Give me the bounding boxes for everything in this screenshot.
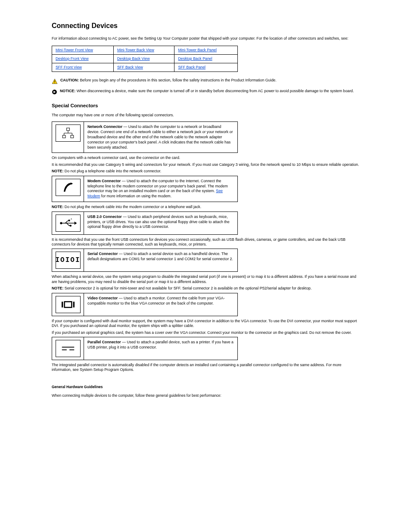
network-caption1: On computers with a network connector ca… [52,156,359,160]
svg-rect-18 [62,302,63,307]
caution-note: CAUTION: Before you begin any of the pro… [52,78,359,84]
table-row: Desktop Front View Desktop Back View Des… [52,54,238,63]
link-sff-back[interactable]: SFF Back View [117,65,143,69]
link-mini-tower-front[interactable]: Mini-Tower Front View [56,48,93,52]
parallel-icon [56,340,81,357]
network-note-body: Do not plug a telephone cable into the n… [65,169,161,173]
usb-table: + USB 2.0 Connector — Used to attach per… [52,212,238,235]
general-hw-heading: General Hardware Guidelines [52,385,359,389]
link-desktop-back[interactable]: Desktop Back View [117,56,150,61]
serial-note-label: NOTE: [52,286,63,290]
special-connectors-intro: The computer may have one or more of the… [52,113,359,118]
network-icon [56,124,81,142]
modem-note-label: NOTE: [52,205,63,209]
serial-caption: When attaching a serial device, use the … [52,274,359,284]
video-caption1: If your computer is configured with dual… [52,319,359,329]
svg-point-16 [69,224,71,226]
table-row: Mini-Tower Front View Mini-Tower Back Vi… [52,46,238,54]
video-caption2: If you purchased an optional graphics ca… [52,330,359,335]
svg-rect-5 [66,128,69,131]
section-title: Connecting Devices [52,22,359,30]
network-title: Network Connector [87,124,122,129]
modem-body-post: for more information on using the modem. [101,194,171,198]
notice-label: NOTICE: [60,89,75,93]
notice-note: NOTICE: When disconnecting a device, mak… [52,89,359,95]
parallel-title: Parallel Connector [87,340,121,344]
network-note-label: NOTE: [52,169,63,173]
svg-rect-15 [68,220,70,221]
link-mini-tower-back[interactable]: Mini-Tower Back View [117,48,154,52]
serial-icon: IOIOI [56,252,81,269]
parallel-table: Parallel Connector — Used to attach a pa… [52,337,238,360]
network-table: Network Connector — Used to attach the c… [52,121,238,153]
link-desktop-front[interactable]: Desktop Front View [56,56,89,61]
serial-table: IOIOI Serial Connector — Used to attach … [52,249,238,272]
notice-arrow-icon [52,89,57,95]
svg-rect-1 [54,80,55,82]
modem-icon [56,179,81,196]
svg-rect-20 [73,302,74,307]
link-sff-panel[interactable]: SFF Back Panel [178,65,206,69]
serial-note-body: Serial connector 2 is optional for mini-… [65,286,312,290]
special-connectors-heading: Special Connectors [52,103,359,109]
usb-icon: + [56,215,81,232]
views-link-table: Mini-Tower Front View Mini-Tower Back Vi… [52,46,238,72]
link-desktop-panel[interactable]: Desktop Back Panel [178,56,212,61]
svg-text:+: + [70,218,72,221]
caution-body: Before you begin any of the procedures i… [80,78,276,82]
parallel-caption: The integrated parallel connector is aut… [52,363,359,373]
video-table: Video Connector — Used to attach a monit… [52,293,238,316]
notice-body: When disconnecting a device, make sure t… [77,89,354,93]
network-caption2: It is recommended that you use Category … [52,162,359,167]
svg-rect-10 [62,135,65,138]
caution-label: CAUTION: [60,78,79,82]
serial-title: Serial Connector [87,252,118,256]
svg-rect-2 [54,83,55,83]
svg-rect-19 [64,302,72,307]
modem-title: Modem Connector [87,179,121,183]
video-icon [56,296,81,313]
usb-caption: It is recommended that you use the front… [52,237,359,247]
link-sff-front[interactable]: SFF Front View [56,65,82,69]
modem-table: Modem Connector — Used to attach the com… [52,176,238,202]
modem-note-body: Do not plug the network cable into the m… [65,205,201,209]
svg-marker-14 [74,221,77,224]
warning-triangle-icon [52,78,58,84]
intro-text: For information about connecting to AC p… [52,36,359,41]
video-title: Video Connector [87,296,118,300]
general-hw-body: When connecting multiple devices to the … [52,393,359,398]
link-mini-tower-panel[interactable]: Mini-Tower Back Panel [178,48,216,52]
usb-title: USB 2.0 Connector [87,215,122,219]
svg-rect-11 [70,135,73,138]
table-row: SFF Front View SFF Back View SFF Back Pa… [52,63,238,72]
